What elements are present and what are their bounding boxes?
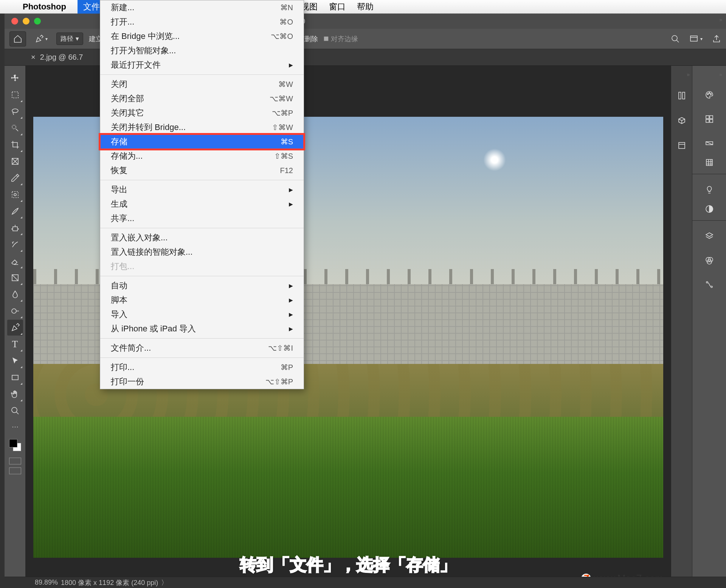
share-icon[interactable] <box>712 34 721 43</box>
move-tool[interactable] <box>7 70 23 86</box>
marquee-tool[interactable] <box>7 87 23 103</box>
menu-item-label: 导入 <box>111 309 127 320</box>
workspace-switcher[interactable]: ▾ <box>689 34 703 43</box>
menu-item[interactable]: 导入 <box>100 307 304 322</box>
menu-window[interactable]: 窗口 <box>323 0 351 14</box>
menu-item-label: 打印一份 <box>111 376 144 387</box>
blur-tool[interactable] <box>7 286 23 302</box>
menu-item[interactable]: 导出 <box>100 183 304 197</box>
tool-preset-icon[interactable]: ▾ <box>32 34 51 43</box>
3d-panel-icon[interactable] <box>675 114 689 127</box>
menu-item[interactable]: 恢复F12 <box>100 163 304 178</box>
healing-tool[interactable] <box>7 187 23 203</box>
eraser-tool[interactable] <box>7 253 23 269</box>
menu-item[interactable]: 置入嵌入对象... <box>100 231 304 245</box>
type-tool[interactable]: T <box>7 336 23 352</box>
quick-mask-icon[interactable] <box>9 458 21 464</box>
menu-item[interactable]: 从 iPhone 或 iPad 导入 <box>100 322 304 336</box>
document-tab[interactable]: × 2.jpg @ 66.7 <box>31 53 83 62</box>
zoom-tool[interactable] <box>7 403 23 419</box>
menu-item[interactable]: 打开为智能对象... <box>100 43 304 58</box>
hand-tool[interactable] <box>7 386 23 402</box>
frame-tool[interactable] <box>7 153 23 169</box>
foreground-background-swatch[interactable] <box>9 439 21 451</box>
menu-item-label: 新建... <box>111 2 134 13</box>
quick-selection-tool[interactable] <box>7 120 23 136</box>
gradients-panel-icon[interactable] <box>703 136 716 150</box>
gradient-tool[interactable] <box>7 270 23 286</box>
align-edges-checkbox[interactable]: 对齐边缘 <box>324 34 358 43</box>
menu-item[interactable]: 关闭并转到 Bridge...⇧⌘W <box>100 120 304 135</box>
brush-tool[interactable] <box>7 203 23 219</box>
menu-item[interactable]: 最近打开文件 <box>100 58 304 72</box>
lasso-tool[interactable] <box>7 104 23 119</box>
swatches-panel-icon[interactable] <box>703 112 716 126</box>
menu-item[interactable]: 存储为...⇧⌘S <box>100 149 304 163</box>
menu-item-label: 关闭 <box>111 79 127 90</box>
layers-panel-icon[interactable] <box>703 229 716 243</box>
channels-panel-icon[interactable] <box>703 254 716 267</box>
adjustments-panel-icon[interactable] <box>692 207 726 221</box>
document-dimensions[interactable]: 1800 像素 x 1192 像素 (240 ppi) <box>61 578 158 587</box>
home-button[interactable] <box>9 31 26 46</box>
zoom-level[interactable]: 89.89% <box>35 579 58 586</box>
window-maximize-button[interactable] <box>34 18 41 25</box>
chevron-down-icon: ▾ <box>76 35 79 43</box>
menu-item-label: 打包... <box>111 261 134 272</box>
libraries-icon[interactable] <box>675 89 689 102</box>
menu-item[interactable]: 打印一份⌥⇧⌘P <box>100 374 304 389</box>
menu-item[interactable]: 存储⌘S <box>100 135 304 149</box>
menu-item[interactable]: 关闭其它⌥⌘P <box>100 106 304 120</box>
screen-mode-icon[interactable] <box>9 467 21 474</box>
path-mode-dropdown[interactable]: 路径▾ <box>56 32 83 45</box>
expand-icon[interactable]: » <box>719 71 722 77</box>
paths-panel-icon[interactable] <box>703 278 716 291</box>
home-icon <box>13 34 22 43</box>
color-panel-icon[interactable] <box>703 88 716 102</box>
menu-item-shortcut: ⌥⇧⌘P <box>265 377 293 386</box>
tab-close-icon[interactable]: × <box>31 53 36 62</box>
path-selection-tool[interactable] <box>7 353 23 369</box>
properties-panel-icon[interactable] <box>675 139 689 152</box>
menu-item[interactable]: 关闭全部⌥⌘W <box>100 91 304 106</box>
dodge-tool[interactable] <box>7 303 23 319</box>
collapse-icon[interactable]: » <box>719 17 722 23</box>
svg-rect-28 <box>706 159 712 166</box>
rectangle-tool[interactable] <box>7 370 23 385</box>
align-edges-input[interactable] <box>324 36 329 41</box>
eyedropper-tool[interactable] <box>7 170 23 186</box>
menu-item[interactable]: 生成 <box>100 197 304 211</box>
image-grass <box>33 417 663 558</box>
pen-tool[interactable] <box>7 320 23 336</box>
menu-item[interactable]: 置入链接的智能对象... <box>100 245 304 259</box>
crop-tool[interactable] <box>7 137 23 153</box>
menu-item-label: 在 Bridge 中浏览... <box>111 31 180 42</box>
patterns-panel-icon[interactable] <box>692 161 726 174</box>
menu-item[interactable]: 共享... <box>100 211 304 226</box>
menu-item-label: 存储 <box>111 136 127 147</box>
menu-item[interactable]: 打印...⌘P <box>100 360 304 374</box>
menu-help[interactable]: 帮助 <box>351 0 379 14</box>
menu-item[interactable]: 新建...⌘N <box>100 0 304 15</box>
menu-item-label: 从 iPhone 或 iPad 导入 <box>111 323 196 334</box>
expand-icon[interactable]: » <box>687 71 690 77</box>
workspace-icon <box>689 34 698 43</box>
menu-item[interactable]: 关闭⌘W <box>100 77 304 91</box>
learn-panel-icon[interactable] <box>703 183 716 197</box>
search-icon[interactable] <box>671 34 680 43</box>
window-minimize-button[interactable] <box>23 18 29 25</box>
menu-item[interactable]: 脚本 <box>100 293 304 307</box>
status-chevron-icon[interactable]: 〉 <box>161 578 168 587</box>
app-name[interactable]: Photoshop <box>23 2 66 12</box>
svg-rect-18 <box>683 92 685 99</box>
menu-item[interactable]: 自动 <box>100 279 304 293</box>
menu-item[interactable]: 打开...⌘O <box>100 15 304 29</box>
history-brush-tool[interactable] <box>7 237 23 252</box>
edit-toolbar-icon[interactable]: ⋯ <box>12 422 19 431</box>
window-close-button[interactable] <box>11 18 18 25</box>
clone-stamp-tool[interactable] <box>7 220 23 236</box>
menu-item-label: 置入嵌入对象... <box>111 232 168 243</box>
svg-rect-6 <box>690 36 697 41</box>
menu-item[interactable]: 在 Bridge 中浏览...⌥⌘O <box>100 29 304 43</box>
menu-item[interactable]: 文件简介...⌥⇧⌘I <box>100 341 304 355</box>
